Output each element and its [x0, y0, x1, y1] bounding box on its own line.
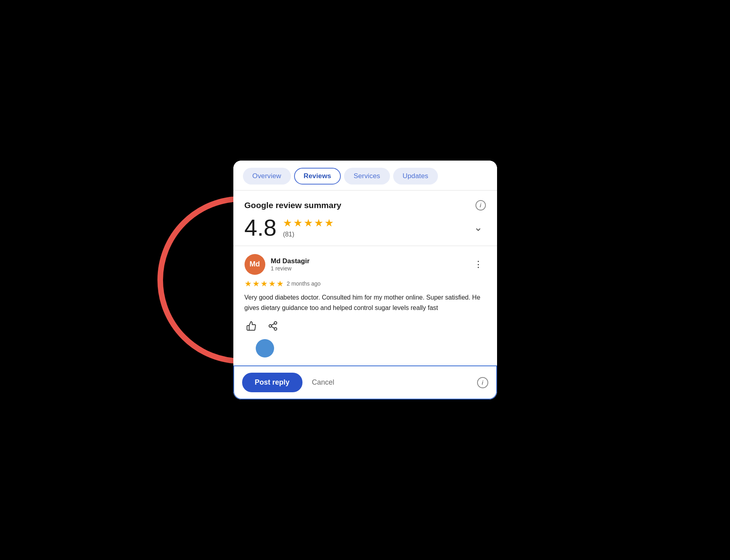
summary-info-icon[interactable]: i	[475, 200, 486, 210]
svg-line-3	[271, 327, 274, 328]
tab-updates[interactable]: Updates	[393, 168, 438, 185]
rating-row: 4.8 ★ ★ ★ ★ ★ (81) ⌄	[245, 216, 486, 239]
reviewer-info: Md Dastagir 1 review	[271, 257, 466, 272]
review-card: Overview Reviews Services Updates Google…	[233, 161, 497, 399]
thumbup-icon	[246, 321, 257, 331]
next-reviewer-teaser	[245, 339, 486, 361]
share-button[interactable]	[266, 319, 280, 333]
rating-number: 4.8	[245, 216, 277, 239]
thumbs-up-button[interactable]	[245, 319, 258, 333]
more-options-button[interactable]: ⋮	[471, 259, 486, 270]
cancel-button[interactable]: Cancel	[307, 373, 339, 392]
tab-bar: Overview Reviews Services Updates	[233, 161, 497, 190]
review-stars-row: ★ ★ ★ ★ ★ 2 months ago	[245, 279, 486, 288]
reviewer-header: Md Md Dastagir 1 review ⋮	[245, 254, 486, 275]
review-actions	[245, 319, 486, 339]
review-star-3: ★	[261, 279, 268, 288]
avatar-initials: Md	[250, 260, 260, 268]
summary-header: Google review summary i	[245, 200, 486, 210]
review-star-4: ★	[269, 279, 276, 288]
reviewer-review-count: 1 review	[271, 265, 466, 272]
review-star-1: ★	[245, 279, 252, 288]
review-stars: ★ ★ ★ ★ ★	[245, 279, 284, 288]
teaser-avatar	[256, 339, 274, 357]
review-star-5: ★	[276, 279, 284, 288]
review-time: 2 months ago	[287, 280, 321, 287]
tab-reviews[interactable]: Reviews	[294, 168, 341, 185]
star-1: ★	[283, 217, 292, 229]
reviewer-section: Md Md Dastagir 1 review ⋮ ★ ★ ★ ★ ★	[233, 246, 497, 365]
review-text: Very good diabetes doctor. Consulted him…	[245, 292, 486, 313]
card-top: Overview Reviews Services Updates Google…	[233, 161, 497, 365]
stars: ★ ★ ★ ★ ★	[283, 217, 334, 229]
tab-services[interactable]: Services	[344, 168, 390, 185]
rating-stars-section: ★ ★ ★ ★ ★ (81)	[283, 217, 334, 238]
share-icon	[268, 321, 278, 331]
reviewer-name: Md Dastagir	[271, 257, 466, 265]
star-5: ★	[324, 217, 334, 229]
action-bar: Post reply Cancel i	[233, 365, 497, 399]
summary-title: Google review summary	[245, 201, 342, 210]
post-reply-button[interactable]: Post reply	[242, 373, 302, 392]
review-summary-section: Google review summary i 4.8 ★ ★ ★ ★ ★ (8…	[233, 191, 497, 246]
star-3: ★	[304, 217, 313, 229]
action-bar-info-icon[interactable]: i	[477, 377, 488, 388]
star-2: ★	[293, 217, 302, 229]
star-4: ★	[314, 217, 323, 229]
avatar: Md	[245, 254, 265, 275]
review-star-2: ★	[253, 279, 260, 288]
review-count: (81)	[283, 231, 334, 238]
svg-line-4	[271, 324, 274, 325]
collapse-button[interactable]: ⌄	[471, 220, 486, 235]
tab-overview[interactable]: Overview	[243, 168, 291, 185]
